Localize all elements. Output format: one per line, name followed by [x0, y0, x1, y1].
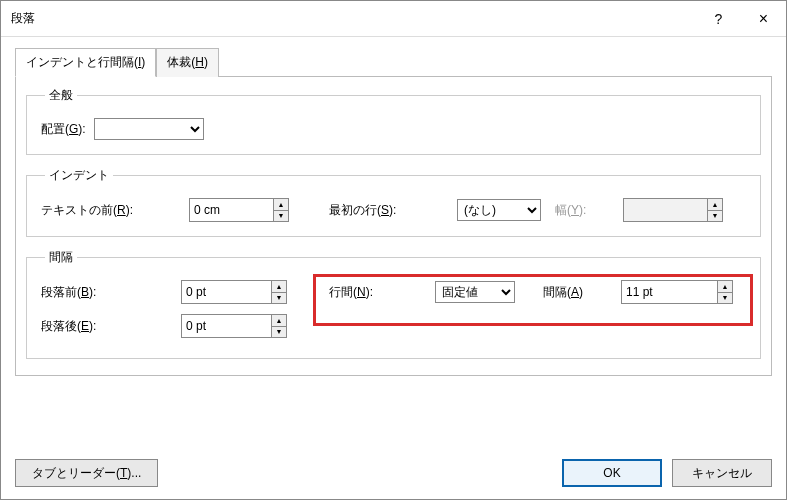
- dialog-footer: タブとリーダー(T)... OK キャンセル: [15, 459, 772, 487]
- spinner-buttons[interactable]: ▲▼: [717, 280, 733, 304]
- alignment-label: 配置(G):: [41, 121, 86, 138]
- spin-down-icon[interactable]: ▼: [707, 210, 723, 223]
- spin-down-icon[interactable]: ▼: [717, 292, 733, 305]
- close-button[interactable]: ×: [741, 1, 786, 37]
- dialog-paragraph: 段落 ? × インデントと行間隔(I) 体裁(H) 全般 配置(G): インデン…: [0, 0, 787, 500]
- help-button[interactable]: ?: [696, 1, 741, 37]
- tab-asian[interactable]: 体裁(H): [156, 48, 219, 77]
- spin-down-icon[interactable]: ▼: [273, 210, 289, 223]
- group-spacing: 間隔 段落前(B): ▲▼ 行間(N): 固定値 間隔(A) ▲▼: [26, 249, 761, 359]
- group-general: 全般 配置(G):: [26, 87, 761, 155]
- indent-width-spinner[interactable]: ▲▼: [623, 198, 723, 222]
- dialog-title: 段落: [11, 10, 696, 27]
- first-line-select[interactable]: (なし): [457, 199, 541, 221]
- indent-before-spinner[interactable]: ▲▼: [189, 198, 289, 222]
- group-spacing-legend: 間隔: [45, 249, 77, 266]
- content-area: インデントと行間隔(I) 体裁(H) 全般 配置(G): インデント テキストの…: [1, 37, 786, 376]
- spacing-at-input[interactable]: [621, 280, 717, 304]
- group-general-legend: 全般: [45, 87, 77, 104]
- titlebar: 段落 ? ×: [1, 1, 786, 37]
- spacing-at-label: 間隔(A): [543, 284, 613, 301]
- indent-before-input[interactable]: [189, 198, 273, 222]
- indent-width-input[interactable]: [623, 198, 707, 222]
- spinner-buttons[interactable]: ▲▼: [707, 198, 723, 222]
- spin-up-icon[interactable]: ▲: [271, 314, 287, 326]
- spin-up-icon[interactable]: ▲: [271, 280, 287, 292]
- indent-width-label: 幅(Y):: [555, 202, 615, 219]
- group-indent-legend: インデント: [45, 167, 113, 184]
- spin-down-icon[interactable]: ▼: [271, 292, 287, 305]
- spacing-after-label: 段落後(E):: [41, 318, 173, 335]
- cancel-button[interactable]: キャンセル: [672, 459, 772, 487]
- spacing-at-spinner[interactable]: ▲▼: [621, 280, 733, 304]
- spacing-before-label: 段落前(B):: [41, 284, 173, 301]
- spacing-before-spinner[interactable]: ▲▼: [181, 280, 287, 304]
- tab-panel: 全般 配置(G): インデント テキストの前(R): ▲▼ 最初の行(S): (…: [15, 76, 772, 376]
- line-spacing-label: 行間(N):: [329, 284, 427, 301]
- spacing-after-spinner[interactable]: ▲▼: [181, 314, 287, 338]
- tabs-leader-button[interactable]: タブとリーダー(T)...: [15, 459, 158, 487]
- spin-up-icon[interactable]: ▲: [273, 198, 289, 210]
- tab-strip: インデントと行間隔(I) 体裁(H): [15, 47, 772, 76]
- first-line-label: 最初の行(S):: [329, 202, 449, 219]
- spinner-buttons[interactable]: ▲▼: [271, 280, 287, 304]
- spin-down-icon[interactable]: ▼: [271, 326, 287, 339]
- spinner-buttons[interactable]: ▲▼: [273, 198, 289, 222]
- indent-before-label: テキストの前(R):: [41, 202, 181, 219]
- tab-indent-spacing[interactable]: インデントと行間隔(I): [15, 48, 156, 77]
- spacing-after-input[interactable]: [181, 314, 271, 338]
- spacing-before-input[interactable]: [181, 280, 271, 304]
- ok-button[interactable]: OK: [562, 459, 662, 487]
- alignment-select[interactable]: [94, 118, 204, 140]
- group-indent: インデント テキストの前(R): ▲▼ 最初の行(S): (なし) 幅(Y): …: [26, 167, 761, 237]
- spin-up-icon[interactable]: ▲: [717, 280, 733, 292]
- spinner-buttons[interactable]: ▲▼: [271, 314, 287, 338]
- spin-up-icon[interactable]: ▲: [707, 198, 723, 210]
- line-spacing-select[interactable]: 固定値: [435, 281, 515, 303]
